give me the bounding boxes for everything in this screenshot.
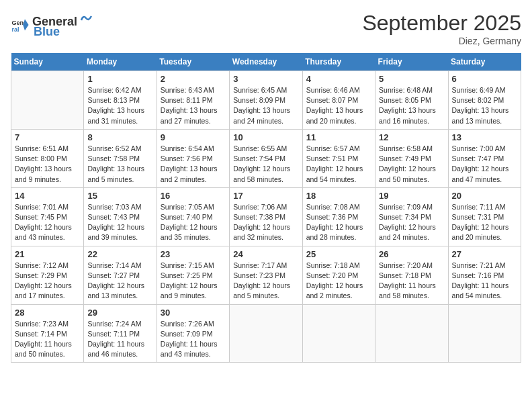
- calendar-day-cell: 30Sunrise: 7:26 AM Sunset: 7:09 PM Dayli…: [157, 304, 229, 363]
- day-info: Sunrise: 6:52 AM Sunset: 7:58 PM Dayligh…: [87, 144, 152, 185]
- day-info: Sunrise: 6:57 AM Sunset: 7:51 PM Dayligh…: [306, 144, 371, 185]
- calendar-day-cell: 26Sunrise: 7:20 AM Sunset: 7:18 PM Dayli…: [375, 246, 448, 304]
- day-number: 26: [379, 249, 444, 259]
- day-info: Sunrise: 7:06 AM Sunset: 7:38 PM Dayligh…: [233, 202, 298, 243]
- day-number: 20: [452, 191, 517, 201]
- day-number: 3: [233, 74, 298, 84]
- day-number: 23: [161, 249, 226, 259]
- day-number: 8: [87, 132, 152, 142]
- day-number: 19: [379, 191, 444, 201]
- day-info: Sunrise: 6:54 AM Sunset: 7:56 PM Dayligh…: [161, 144, 226, 185]
- day-number: 29: [87, 308, 152, 318]
- calendar-day-cell: 13Sunrise: 7:00 AM Sunset: 7:47 PM Dayli…: [448, 129, 521, 187]
- calendar-day-cell: 4Sunrise: 6:46 AM Sunset: 8:07 PM Daylig…: [302, 71, 375, 130]
- day-number: 30: [161, 308, 226, 318]
- calendar-day-cell: [302, 304, 375, 363]
- calendar-header-cell: Thursday: [302, 53, 375, 71]
- page-subtitle: Diez, Germany: [362, 36, 521, 46]
- page-title: September 2025: [362, 11, 521, 36]
- day-info: Sunrise: 6:51 AM Sunset: 8:00 PM Dayligh…: [15, 144, 80, 185]
- calendar-day-cell: 12Sunrise: 6:58 AM Sunset: 7:49 PM Dayli…: [375, 129, 448, 187]
- day-info: Sunrise: 6:46 AM Sunset: 8:07 PM Dayligh…: [306, 85, 371, 126]
- day-number: 25: [306, 249, 371, 259]
- day-info: Sunrise: 7:20 AM Sunset: 7:18 PM Dayligh…: [379, 261, 444, 302]
- page-header: Gene ral General Blue September 2025 Die…: [11, 11, 521, 46]
- day-number: 1: [87, 74, 152, 84]
- calendar-day-cell: 18Sunrise: 7:08 AM Sunset: 7:36 PM Dayli…: [302, 187, 375, 246]
- day-info: Sunrise: 7:09 AM Sunset: 7:34 PM Dayligh…: [379, 202, 444, 243]
- day-info: Sunrise: 7:08 AM Sunset: 7:36 PM Dayligh…: [306, 202, 371, 243]
- calendar-day-cell: 27Sunrise: 7:21 AM Sunset: 7:16 PM Dayli…: [448, 246, 521, 304]
- day-number: 28: [15, 308, 80, 318]
- day-info: Sunrise: 7:26 AM Sunset: 7:09 PM Dayligh…: [161, 319, 226, 360]
- day-number: 9: [161, 132, 226, 142]
- day-info: Sunrise: 7:18 AM Sunset: 7:20 PM Dayligh…: [306, 261, 371, 302]
- day-info: Sunrise: 7:00 AM Sunset: 7:47 PM Dayligh…: [452, 144, 517, 185]
- day-info: Sunrise: 6:42 AM Sunset: 8:13 PM Dayligh…: [87, 85, 152, 126]
- calendar-day-cell: [375, 304, 448, 363]
- day-info: Sunrise: 7:03 AM Sunset: 7:43 PM Dayligh…: [87, 202, 152, 243]
- day-info: Sunrise: 6:58 AM Sunset: 7:49 PM Dayligh…: [379, 144, 444, 185]
- calendar-day-cell: 28Sunrise: 7:23 AM Sunset: 7:14 PM Dayli…: [11, 304, 84, 363]
- calendar-header-cell: Friday: [375, 53, 448, 71]
- day-info: Sunrise: 6:55 AM Sunset: 7:54 PM Dayligh…: [233, 144, 298, 185]
- calendar-day-cell: 14Sunrise: 7:01 AM Sunset: 7:45 PM Dayli…: [11, 187, 84, 246]
- calendar-week-row: 28Sunrise: 7:23 AM Sunset: 7:14 PM Dayli…: [11, 304, 521, 363]
- calendar-day-cell: 9Sunrise: 6:54 AM Sunset: 7:56 PM Daylig…: [157, 129, 229, 187]
- calendar-day-cell: 1Sunrise: 6:42 AM Sunset: 8:13 PM Daylig…: [84, 71, 157, 130]
- calendar-day-cell: 17Sunrise: 7:06 AM Sunset: 7:38 PM Dayli…: [230, 187, 302, 246]
- svg-text:ral: ral: [11, 26, 19, 33]
- calendar-week-row: 1Sunrise: 6:42 AM Sunset: 8:13 PM Daylig…: [11, 71, 521, 130]
- day-info: Sunrise: 7:11 AM Sunset: 7:31 PM Dayligh…: [452, 202, 517, 243]
- day-number: 24: [233, 249, 298, 259]
- day-number: 27: [452, 249, 517, 259]
- calendar-day-cell: [11, 71, 84, 130]
- calendar-header-cell: Sunday: [11, 53, 84, 71]
- calendar-day-cell: 21Sunrise: 7:12 AM Sunset: 7:29 PM Dayli…: [11, 246, 84, 304]
- day-number: 16: [161, 191, 226, 201]
- day-number: 22: [87, 249, 152, 259]
- calendar-header-cell: Wednesday: [230, 53, 302, 71]
- calendar-week-row: 21Sunrise: 7:12 AM Sunset: 7:29 PM Dayli…: [11, 246, 521, 304]
- calendar-day-cell: 20Sunrise: 7:11 AM Sunset: 7:31 PM Dayli…: [448, 187, 521, 246]
- day-number: 17: [233, 191, 298, 201]
- day-number: 10: [233, 132, 298, 142]
- calendar-day-cell: 10Sunrise: 6:55 AM Sunset: 7:54 PM Dayli…: [230, 129, 302, 187]
- day-number: 13: [452, 132, 517, 142]
- day-info: Sunrise: 7:12 AM Sunset: 7:29 PM Dayligh…: [15, 261, 80, 302]
- calendar-day-cell: 8Sunrise: 6:52 AM Sunset: 7:58 PM Daylig…: [84, 129, 157, 187]
- calendar-day-cell: [230, 304, 302, 363]
- calendar-day-cell: 7Sunrise: 6:51 AM Sunset: 8:00 PM Daylig…: [11, 129, 84, 187]
- day-number: 18: [306, 191, 371, 201]
- calendar-day-cell: 23Sunrise: 7:15 AM Sunset: 7:25 PM Dayli…: [157, 246, 229, 304]
- calendar-day-cell: [448, 304, 521, 363]
- calendar-header-cell: Saturday: [448, 53, 521, 71]
- calendar-day-cell: 3Sunrise: 6:45 AM Sunset: 8:09 PM Daylig…: [230, 71, 302, 130]
- day-number: 14: [15, 191, 80, 201]
- day-number: 2: [161, 74, 226, 84]
- calendar-body: 1Sunrise: 6:42 AM Sunset: 8:13 PM Daylig…: [11, 71, 521, 363]
- calendar-day-cell: 24Sunrise: 7:17 AM Sunset: 7:23 PM Dayli…: [230, 246, 302, 304]
- day-info: Sunrise: 6:49 AM Sunset: 8:02 PM Dayligh…: [452, 85, 517, 126]
- day-info: Sunrise: 7:05 AM Sunset: 7:40 PM Dayligh…: [161, 202, 226, 243]
- calendar-week-row: 7Sunrise: 6:51 AM Sunset: 8:00 PM Daylig…: [11, 129, 521, 187]
- day-number: 4: [306, 74, 371, 84]
- day-number: 21: [15, 249, 80, 259]
- calendar-header-cell: Monday: [84, 53, 157, 71]
- calendar-header-cell: Tuesday: [157, 53, 229, 71]
- calendar-day-cell: 25Sunrise: 7:18 AM Sunset: 7:20 PM Dayli…: [302, 246, 375, 304]
- calendar-day-cell: 22Sunrise: 7:14 AM Sunset: 7:27 PM Dayli…: [84, 246, 157, 304]
- day-number: 6: [452, 74, 517, 84]
- calendar-day-cell: 11Sunrise: 6:57 AM Sunset: 7:51 PM Dayli…: [302, 129, 375, 187]
- calendar-week-row: 14Sunrise: 7:01 AM Sunset: 7:45 PM Dayli…: [11, 187, 521, 246]
- calendar-day-cell: 15Sunrise: 7:03 AM Sunset: 7:43 PM Dayli…: [84, 187, 157, 246]
- day-info: Sunrise: 7:23 AM Sunset: 7:14 PM Dayligh…: [15, 319, 80, 360]
- calendar-header-row: SundayMondayTuesdayWednesdayThursdayFrid…: [11, 53, 521, 71]
- calendar-table: SundayMondayTuesdayWednesdayThursdayFrid…: [11, 53, 521, 363]
- logo-wave-icon: [79, 11, 93, 26]
- calendar-day-cell: 6Sunrise: 6:49 AM Sunset: 8:02 PM Daylig…: [448, 71, 521, 130]
- calendar-day-cell: 16Sunrise: 7:05 AM Sunset: 7:40 PM Dayli…: [157, 187, 229, 246]
- day-info: Sunrise: 6:48 AM Sunset: 8:05 PM Dayligh…: [379, 85, 444, 126]
- day-info: Sunrise: 7:15 AM Sunset: 7:25 PM Dayligh…: [161, 261, 226, 302]
- day-info: Sunrise: 7:01 AM Sunset: 7:45 PM Dayligh…: [15, 202, 80, 243]
